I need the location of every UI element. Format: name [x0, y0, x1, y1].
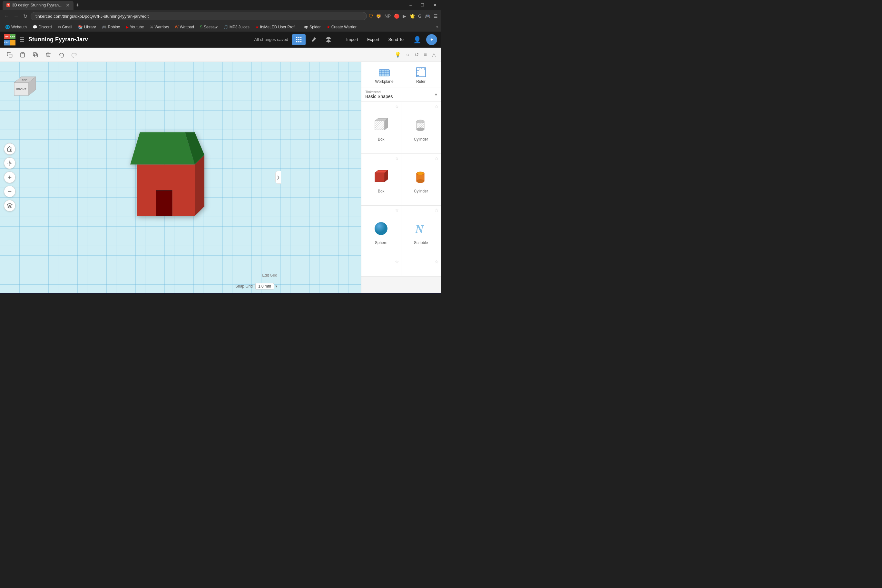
bookmark-library[interactable]: 📚 Library	[75, 24, 99, 30]
bookmark-seesaw[interactable]: S Seesaw	[197, 24, 220, 30]
bookmark-itsme[interactable]: ★ ItsMeLED User Profi...	[253, 24, 301, 30]
perspective-button[interactable]	[4, 200, 15, 212]
fit-view-button[interactable]	[4, 158, 15, 169]
favourite-red-box-icon[interactable]: ☆	[395, 156, 399, 161]
bookmark-spider[interactable]: 🕷 Spider	[302, 24, 323, 30]
taskbar-brave[interactable]: 🦁	[176, 293, 189, 294]
favourite-scribble-icon[interactable]: ☆	[435, 208, 439, 213]
taskbar-discord[interactable]: 💬	[147, 293, 160, 294]
duplicate-button[interactable]	[30, 50, 41, 60]
taskbar-netflix[interactable]: N	[118, 293, 132, 294]
taskbar-mail[interactable]: ✉	[105, 293, 118, 294]
menu-icon-button[interactable]: ☰	[20, 36, 24, 43]
discord-icon: 💬	[33, 25, 38, 29]
taskbar-settings[interactable]: ⚙	[204, 293, 217, 294]
panel-collapse-button[interactable]: ❯	[275, 171, 281, 184]
brave-icon[interactable]: 🦁	[375, 13, 382, 20]
redo-button[interactable]	[68, 50, 80, 60]
zoom-out-button[interactable]	[4, 186, 15, 197]
ext6-icon[interactable]: 🎮	[424, 13, 431, 20]
grid-view-button[interactable]	[292, 34, 306, 45]
minimize-button[interactable]: –	[408, 2, 414, 8]
package-button[interactable]	[322, 34, 335, 45]
bookmark-warriors[interactable]: ⚔ Warriors	[147, 24, 172, 30]
favourite-sphere-icon[interactable]: ☆	[395, 208, 399, 213]
favourite-extra1-icon[interactable]: ☆	[395, 259, 399, 264]
snap-value-control[interactable]: 1.0 mm ▾	[255, 283, 277, 290]
bookmark-create[interactable]: ★ Create Warrior	[324, 24, 359, 30]
ext2-icon[interactable]: 🔴	[393, 13, 400, 20]
shape-grey-cylinder[interactable]: ☆ Cylinder	[401, 102, 441, 154]
bookmark-wattpad[interactable]: W Wattpad	[172, 24, 196, 30]
user-icon-button[interactable]: 👤	[412, 34, 422, 45]
bookmark-gmail[interactable]: ✉ Gmail	[55, 24, 75, 30]
shape-sphere[interactable]: ☆ Sphere	[362, 206, 401, 258]
snap-chevron-down-icon[interactable]: ▾	[275, 284, 277, 288]
viewport[interactable]: FRONT TOP	[0, 62, 361, 293]
forward-button[interactable]: →	[12, 13, 20, 20]
taskbar-spotify[interactable]: 🎵	[133, 293, 146, 294]
shape-extra2[interactable]: ☆	[401, 257, 441, 277]
taskbar-file-explorer[interactable]: 📁	[62, 293, 75, 294]
avatar-button[interactable]: +	[426, 34, 437, 45]
bookmark-mp3[interactable]: 🎵 MP3 Juices	[221, 24, 252, 30]
tinkercad-logo[interactable]: TIN KER CAD	[4, 34, 15, 45]
favourite-extra2-icon[interactable]: ☆	[435, 259, 439, 264]
bookmark-youtube[interactable]: ▶ Youtube	[123, 24, 147, 30]
snap-value: 1.0 mm	[255, 283, 274, 290]
shape-red-box[interactable]: ☆ Box	[362, 154, 401, 206]
active-tab[interactable]: T 3D design Stunning Fyyran-Jarv | T... …	[3, 1, 74, 10]
workplane-button[interactable]: Workplane	[375, 65, 393, 84]
ext3-icon[interactable]: ▶	[402, 13, 407, 20]
maximize-button[interactable]: ❐	[419, 2, 426, 8]
start-button[interactable]	[3, 294, 14, 294]
taskbar-word[interactable]: W	[189, 293, 203, 294]
light-icon[interactable]: 💡	[393, 50, 402, 59]
copy-button[interactable]	[4, 50, 15, 60]
favourite-grey-box-icon[interactable]: ☆	[395, 104, 399, 109]
refresh-button[interactable]: ↻	[22, 13, 29, 20]
favourite-orange-cyl-icon[interactable]: ☆	[435, 156, 439, 161]
tools-button[interactable]	[307, 34, 320, 45]
roblox-icon: 🎮	[102, 25, 107, 29]
ext1-icon[interactable]: NP	[384, 13, 392, 20]
more-bookmarks-button[interactable]: »	[436, 25, 438, 29]
bookmark-webauth[interactable]: 🌐 Webauth	[3, 24, 29, 30]
zoom-in-button[interactable]	[4, 171, 15, 183]
new-tab-button[interactable]: +	[75, 2, 81, 9]
shape-scribble[interactable]: ☆ N Scribble	[401, 206, 441, 258]
edit-grid-area[interactable]: Edit Grid	[262, 272, 277, 278]
undo-button[interactable]	[56, 50, 67, 60]
menu-button[interactable]: ☰	[433, 13, 438, 20]
export-button[interactable]: Export	[363, 35, 384, 44]
rotate-icon[interactable]: ↺	[413, 50, 420, 59]
home-view-button[interactable]	[4, 143, 15, 155]
address-input[interactable]	[31, 12, 367, 20]
spider-icon: 🕷	[304, 25, 308, 29]
paste-button[interactable]	[17, 50, 28, 60]
mirror-icon[interactable]: △	[430, 50, 437, 59]
ext4-icon[interactable]: 🌟	[409, 13, 416, 20]
bookmark-roblox[interactable]: 🎮 Roblox	[99, 24, 123, 30]
shape-orange-cylinder[interactable]: ☆ Cylinder	[401, 154, 441, 206]
import-button[interactable]: Import	[342, 35, 363, 44]
taskbar-cortana[interactable]: 👤	[76, 293, 90, 294]
close-tab-button[interactable]: ✕	[66, 3, 70, 8]
3d-model-container[interactable]	[117, 113, 208, 237]
send-to-button[interactable]: Send To	[384, 35, 408, 44]
taskbar-minecraft[interactable]: 🎮	[161, 293, 175, 294]
circle-icon[interactable]: ○	[405, 51, 411, 59]
orientation-cube[interactable]: FRONT TOP	[8, 70, 37, 99]
shapes-dropdown-button[interactable]: ▾	[435, 92, 437, 97]
align-icon[interactable]: ≡	[423, 51, 428, 59]
shape-grey-box[interactable]: ☆ Box	[362, 102, 401, 154]
delete-button[interactable]	[42, 50, 54, 60]
close-button[interactable]: ✕	[431, 2, 438, 8]
ext5-icon[interactable]: G	[417, 13, 422, 20]
bookmark-discord[interactable]: 💬 Discord	[30, 24, 54, 30]
back-button[interactable]: ←	[3, 13, 10, 20]
ruler-button[interactable]: Ruler	[415, 65, 428, 84]
taskbar-store[interactable]: 🛍	[90, 293, 104, 294]
favourite-grey-cyl-icon[interactable]: ☆	[435, 104, 439, 109]
shape-extra1[interactable]: ☆	[362, 257, 401, 277]
